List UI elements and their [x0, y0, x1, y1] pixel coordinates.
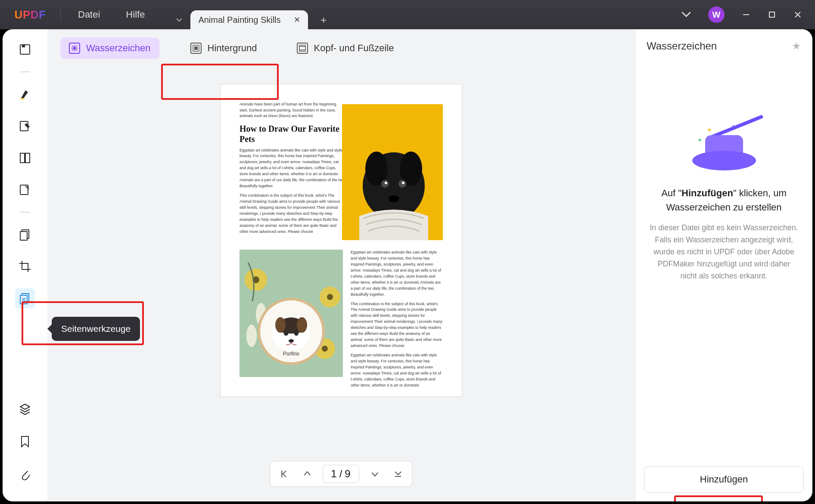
tab-watermark-label: Wasserzeichen [86, 43, 151, 54]
organize-tool-icon[interactable] [15, 225, 35, 244]
doc-paragraph: This combination is the subject of this … [240, 193, 345, 235]
attachment-icon[interactable] [15, 464, 35, 484]
add-watermark-button[interactable]: Hinzufügen [644, 466, 804, 493]
svg-rect-3 [22, 45, 25, 47]
page-navigator: 1 / 9 [270, 461, 412, 487]
watermark-panel: Wasserzeichen ★ ✦ ● ✦ ● Auf "Hinzufügen"… [635, 29, 812, 501]
first-page-button[interactable] [276, 466, 292, 482]
page-separator: / [339, 468, 343, 480]
page-tools-icon[interactable] [15, 288, 35, 308]
doc-intro: Animals have been part of human art from… [240, 102, 345, 119]
headerfooter-icon [297, 43, 308, 54]
crop-tool-icon[interactable] [15, 257, 35, 276]
titlebar: UPDF Datei Hilfe Animal Painting Skills … [0, 0, 815, 29]
page-tools-tabs: Wasserzeichen Hintergrund Kopf- und Fußz… [47, 29, 635, 67]
svg-point-36 [246, 325, 257, 347]
prev-page-button[interactable] [299, 466, 315, 482]
tab-title: Animal Painting Skills [198, 15, 280, 25]
pages-tool-icon[interactable] [15, 148, 35, 168]
svg-point-41 [297, 317, 307, 333]
document-canvas[interactable]: Animals have been part of human art from… [47, 67, 635, 501]
page-indicator[interactable]: 1 / 9 [323, 465, 359, 483]
doc-paragraph: Egyptian art celebrates animals like cat… [351, 250, 443, 298]
tab-background-label: Hintergrund [208, 43, 257, 54]
tab-headerfooter[interactable]: Kopf- und Fußzeile [288, 37, 403, 59]
logo-text: UPDF [15, 8, 46, 22]
doc-heading: How to Draw Our Favorite Pets [240, 124, 345, 144]
form-tool-icon[interactable] [15, 180, 35, 200]
total-pages: 9 [345, 468, 351, 480]
svg-rect-11 [20, 232, 27, 240]
window-minimize-icon[interactable] [742, 10, 750, 19]
svg-point-26 [402, 182, 404, 184]
svg-point-43 [294, 331, 299, 336]
tab-list-dropdown[interactable] [171, 10, 188, 29]
tab-background[interactable]: Hintergrund [182, 37, 266, 59]
magic-hat-illustration: ✦ ● ✦ ● [690, 114, 759, 175]
svg-rect-15 [194, 46, 198, 50]
doc-image-embroidery: Porfirio [240, 250, 343, 377]
svg-point-42 [284, 331, 288, 336]
left-sidebar [3, 29, 47, 501]
panel-title: Wasserzeichen [647, 40, 717, 52]
svg-rect-6 [20, 153, 25, 163]
doc-paragraph: This combination is the subject of this … [351, 301, 443, 349]
svg-rect-7 [25, 153, 30, 163]
tab-headerfooter-label: Kopf- und Fußzeile [314, 43, 394, 54]
svg-rect-16 [299, 45, 305, 51]
chevron-down-icon[interactable] [681, 12, 691, 18]
svg-point-34 [322, 346, 328, 352]
doc-paragraph: Egyptian art celebrates animals like cat… [240, 148, 345, 190]
background-icon [190, 43, 202, 54]
window-close-icon[interactable] [793, 10, 802, 19]
document-tab[interactable]: Animal Painting Skills ✕ [190, 10, 308, 29]
highlighter-tool-icon[interactable] [15, 84, 35, 104]
layers-icon[interactable] [15, 399, 35, 419]
window-maximize-icon[interactable] [768, 10, 776, 19]
close-tab-icon[interactable]: ✕ [294, 15, 300, 25]
svg-point-27 [389, 195, 399, 202]
last-page-button[interactable] [391, 466, 406, 482]
menu-file[interactable]: Datei [78, 9, 100, 20]
next-page-button[interactable] [367, 466, 383, 482]
reader-tool-icon[interactable] [15, 40, 35, 59]
doc-column2: Egyptian art celebrates animals like cat… [351, 250, 443, 392]
sidebar-tooltip: Seitenwerkzeuge [52, 317, 140, 341]
svg-rect-8 [20, 185, 28, 195]
panel-headline: Auf "Hinzufügen" klicken, um Wasserzeich… [648, 186, 799, 214]
app-logo: UPDF [0, 0, 60, 29]
doc-image-pug [342, 104, 443, 240]
menu-help[interactable]: Hilfe [126, 9, 145, 20]
svg-text:Porfirio: Porfirio [283, 351, 299, 357]
svg-rect-1 [769, 12, 775, 17]
sidebar-separator [20, 212, 30, 213]
add-tab-button[interactable]: ＋ [314, 10, 333, 29]
edit-tool-icon[interactable] [15, 116, 35, 136]
doc-paragraph: Egyptian art celebrates animals like cat… [351, 352, 443, 389]
svg-point-9 [27, 186, 29, 188]
current-page: 1 [331, 468, 337, 480]
panel-description: In dieser Datei gibt es kein Wasserzeich… [648, 222, 799, 282]
document-page: Animals have been part of human art from… [221, 84, 462, 396]
divider [60, 7, 61, 22]
svg-point-25 [385, 182, 387, 184]
svg-point-44 [289, 339, 294, 343]
svg-rect-4 [20, 98, 25, 99]
svg-point-40 [275, 317, 286, 333]
favorite-icon[interactable]: ★ [792, 40, 801, 52]
bookmark-icon[interactable] [15, 432, 35, 451]
user-avatar[interactable]: W [708, 6, 725, 23]
svg-point-32 [327, 294, 333, 300]
watermark-icon [69, 43, 80, 54]
tab-watermark[interactable]: Wasserzeichen [60, 37, 159, 59]
sidebar-separator [20, 71, 30, 72]
